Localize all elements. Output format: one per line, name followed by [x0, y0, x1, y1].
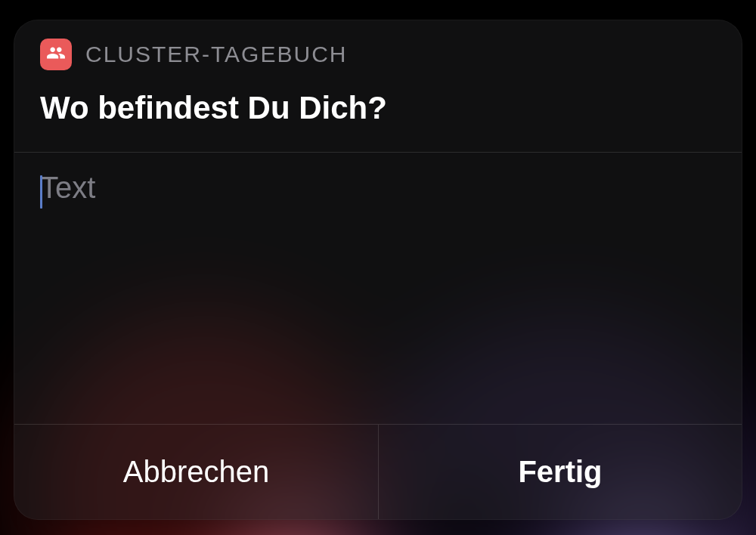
people-icon — [46, 43, 66, 66]
prompt-title: Wo befindest Du Dich? — [14, 78, 742, 152]
location-input[interactable] — [40, 171, 716, 415]
prompt-sheet: CLUSTER-TAGEBUCH Wo befindest Du Dich? A… — [14, 20, 742, 520]
input-area[interactable] — [14, 153, 742, 424]
sheet-header: CLUSTER-TAGEBUCH — [14, 20, 742, 78]
cancel-button[interactable]: Abbrechen — [14, 425, 378, 519]
app-name-label: CLUSTER-TAGEBUCH — [85, 42, 347, 67]
app-icon — [40, 39, 72, 70]
text-cursor — [40, 175, 42, 209]
button-row: Abbrechen Fertig — [14, 424, 742, 519]
done-button[interactable]: Fertig — [378, 425, 742, 519]
